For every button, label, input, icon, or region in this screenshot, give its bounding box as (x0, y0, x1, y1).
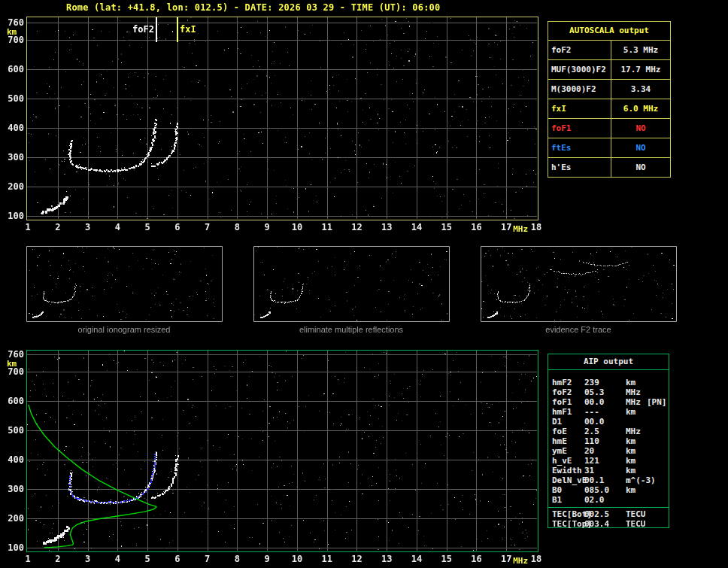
aip-param-value: 02.0 (584, 495, 605, 505)
aip-row-ewidth: Ewidth 31 km (548, 466, 669, 475)
aip-param-value: 31 (584, 466, 594, 475)
aip-param-value: 002.5 (584, 509, 609, 519)
aip-param-unit: km (626, 485, 635, 495)
aip-row-hmf2: hmF2 239 km (548, 378, 669, 387)
param-value: 5.3 MHz (611, 41, 670, 59)
autoscala-row-m3000f2: M(3000)F2 3.34 (548, 80, 670, 99)
aip-param-label: foF1 (552, 397, 572, 407)
aip-row-yme: ymE 20 km (548, 446, 669, 456)
param-value: NO (611, 138, 670, 157)
param-label: M(3000)F2 (548, 80, 611, 99)
aip-param-label: h_vE (552, 456, 572, 466)
param-label: MUF(3000)F2 (548, 60, 611, 79)
param-label: ftEs (548, 138, 611, 157)
aip-param-label: hmE (552, 436, 567, 446)
aip-param-label: hmF2 (552, 378, 572, 387)
aip-param-label: B0 (552, 485, 562, 495)
aip-row-delnve: DelN_vE 00.1 m^(-3) (548, 475, 669, 485)
aip-output-table: AIP output hmF2 239 km foF2 05.3 MHz foF… (548, 354, 669, 528)
aip-param-label: foE (552, 427, 567, 436)
fxi-marker-label: fxI (180, 24, 196, 35)
aip-param-unit: km (626, 456, 635, 466)
page-title: Rome (lat: +41.8, lon: 012.5) - DATE: 20… (66, 2, 440, 13)
aip-param-label: Ewidth (552, 466, 582, 475)
aip-param-label: foF2 (552, 387, 572, 397)
aip-param-value: 00.0 (584, 397, 605, 407)
aip-row-b0: B0 085.0 km (548, 485, 669, 495)
param-value: 3.34 (611, 80, 670, 99)
aip-param-value: 00.0 (584, 417, 605, 427)
aip-param-unit: km (626, 466, 635, 475)
param-label: foF2 (548, 41, 611, 59)
fof2-marker-label: foF2 (132, 24, 154, 35)
aip-row-hve: h_vE 121 km (548, 456, 669, 466)
aip-param-value: 085.0 (584, 485, 609, 495)
thumbnail-caption-evidence: evidence F2 trace (481, 325, 676, 334)
aip-param-unit: MHz (626, 387, 641, 397)
thumbnail-caption-original: original ionogram resized (26, 325, 222, 334)
aip-row-hmf1: hmF1 --- km (548, 407, 669, 417)
aip-param-label: ymE (552, 446, 567, 456)
aip-param-unit: TECU (626, 519, 646, 529)
param-label: h'Es (548, 158, 611, 177)
aip-table-title: AIP output (548, 354, 669, 370)
aip-row-fof2: foF2 05.3 MHz (548, 387, 669, 397)
aip-param-value: 05.3 (584, 387, 605, 397)
tec-separator-line (548, 507, 669, 508)
thumbnail-caption-eliminate: eliminate multiple reflections (253, 325, 449, 334)
aip-param-label: B1 (552, 495, 562, 505)
aip-param-value: 2.5 (584, 427, 599, 436)
aip-param-unit: km (626, 407, 635, 417)
aip-row-b1: B1 02.0 (548, 495, 669, 505)
aip-param-value: 20 (584, 446, 594, 456)
autoscala-output-table: AUTOSCALA output foF2 5.3 MHz MUF(3000)F… (548, 21, 671, 178)
aip-row-hme: hmE 110 km (548, 436, 669, 446)
autoscala-row-hes: h'Es NO (548, 158, 670, 177)
aip-row-foe: foE 2.5 MHz (548, 427, 669, 436)
param-value: 6.0 MHz (611, 99, 670, 118)
aip-param-unit: m^(-3) (626, 475, 656, 485)
aip-param-unit: MHz (626, 397, 641, 407)
autoscala-row-muf3000f2: MUF(3000)F2 17.7 MHz (548, 60, 670, 80)
autoscala-row-ftes: ftEs NO (548, 138, 670, 158)
aip-param-unit: km (626, 378, 635, 387)
param-label: fxI (548, 99, 611, 118)
autoscala-table-title: AUTOSCALA output (548, 22, 670, 41)
aip-param-unit: km (626, 446, 635, 456)
aip-param-label: hmF1 (552, 407, 572, 417)
aip-param-label: D1 (552, 417, 562, 427)
param-value: NO (611, 158, 670, 177)
param-value: 17.7 MHz (611, 60, 670, 79)
aip-param-value: --- (584, 407, 599, 417)
aip-row-d1: D1 00.0 (548, 417, 669, 427)
aip-param-unit: km (626, 436, 635, 446)
aip-row-fof1: foF1 00.0 MHz [PN] (548, 397, 669, 407)
aip-row-tec-top: TEC[Top] 003.4 TECU (548, 519, 669, 529)
aip-row-tec-bot: TEC[Bot] 002.5 TECU (548, 509, 669, 519)
aip-param-unit: MHz (626, 427, 641, 436)
aip-rows: hmF2 239 km foF2 05.3 MHz foF1 00.0 MHz … (548, 370, 669, 529)
aip-param-value: 121 (584, 456, 599, 466)
aip-param-value: 00.1 (584, 475, 605, 485)
aip-param-unit: TECU (626, 509, 646, 519)
aip-param-extra: [PN] (647, 397, 667, 407)
param-value: NO (611, 119, 670, 138)
aip-param-value: 110 (584, 436, 599, 446)
autoscala-row-fof1: foF1 NO (548, 119, 670, 138)
param-label: foF1 (548, 119, 611, 138)
aip-param-value: 003.4 (584, 519, 609, 529)
autoscala-row-fxi: fxI 6.0 MHz (548, 99, 670, 119)
aip-param-value: 239 (584, 378, 599, 387)
autoscala-row-fof2: foF2 5.3 MHz (548, 41, 670, 60)
autoscala-screen: Rome (lat: +41.8, lon: 012.5) - DATE: 20… (0, 0, 728, 568)
aip-param-label: DelN_vE (552, 475, 587, 485)
